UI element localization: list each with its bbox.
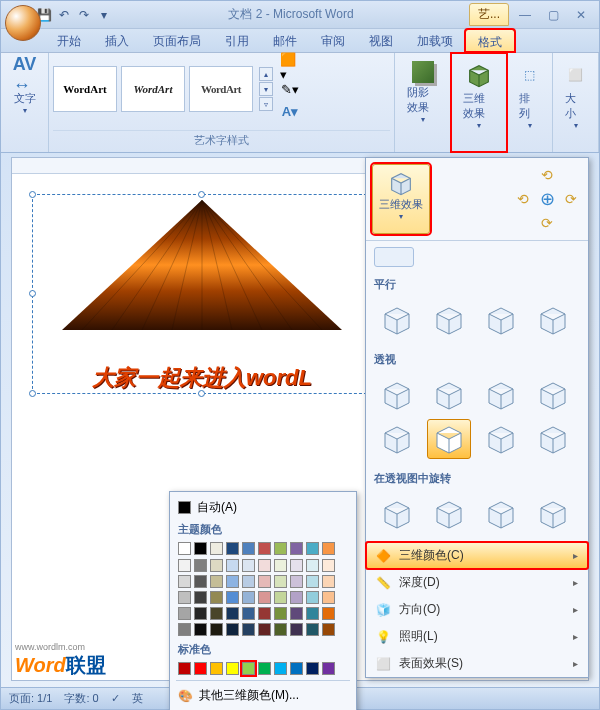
- wordart-tools-tab[interactable]: 艺...: [469, 3, 509, 26]
- color-swatch[interactable]: [178, 542, 191, 555]
- change-shape-button[interactable]: A▾: [279, 101, 301, 121]
- status-words[interactable]: 字数: 0: [64, 691, 98, 706]
- color-swatch[interactable]: [290, 542, 303, 555]
- qat-dropdown-icon[interactable]: ▾: [95, 6, 113, 24]
- color-swatch[interactable]: [306, 542, 319, 555]
- color-swatch[interactable]: [226, 662, 239, 675]
- redo-icon[interactable]: ↷: [75, 6, 93, 24]
- color-swatch[interactable]: [274, 623, 287, 636]
- undo-icon[interactable]: ↶: [55, 6, 73, 24]
- parallel-preset[interactable]: [531, 300, 575, 340]
- tab-review[interactable]: 审阅: [309, 29, 357, 52]
- color-swatch[interactable]: [226, 542, 239, 555]
- perspective-preset[interactable]: [479, 375, 523, 415]
- rotate-preset[interactable]: [531, 494, 575, 534]
- tilt-left-icon[interactable]: ⟲: [512, 188, 534, 210]
- rotate-preset[interactable]: [479, 494, 523, 534]
- status-page[interactable]: 页面: 1/1: [9, 691, 52, 706]
- color-swatch[interactable]: [226, 575, 239, 588]
- tab-addins[interactable]: 加载项: [405, 29, 465, 52]
- color-swatch[interactable]: [178, 623, 191, 636]
- parallel-preset[interactable]: [375, 300, 419, 340]
- color-swatch[interactable]: [210, 607, 223, 620]
- tilt-down-icon[interactable]: ⟳: [536, 212, 558, 234]
- color-swatch[interactable]: [226, 559, 239, 572]
- threed-main-button[interactable]: 三维效果 ▾: [372, 164, 430, 234]
- color-swatch[interactable]: [194, 591, 207, 604]
- color-swatch[interactable]: [290, 591, 303, 604]
- color-swatch[interactable]: [194, 607, 207, 620]
- gallery-more-icon[interactable]: ▿: [259, 97, 273, 111]
- perspective-preset[interactable]: [531, 419, 575, 459]
- spacing-button[interactable]: AV↔ 文字 ▾: [5, 57, 44, 119]
- shape-fill-button[interactable]: 🟧▾: [279, 57, 301, 77]
- color-swatch[interactable]: [194, 559, 207, 572]
- color-swatch[interactable]: [258, 591, 271, 604]
- color-swatch[interactable]: [258, 559, 271, 572]
- color-swatch[interactable]: [306, 575, 319, 588]
- maximize-button[interactable]: ▢: [541, 6, 565, 24]
- color-swatch[interactable]: [210, 591, 223, 604]
- perspective-preset[interactable]: [375, 419, 419, 459]
- color-swatch[interactable]: [258, 623, 271, 636]
- tilt-right-icon[interactable]: ⟳: [560, 188, 582, 210]
- arrange-button[interactable]: ⬚ 排列 ▾: [511, 57, 548, 134]
- color-swatch[interactable]: [242, 662, 255, 675]
- perspective-preset[interactable]: [531, 375, 575, 415]
- color-swatch[interactable]: [322, 623, 335, 636]
- color-swatch[interactable]: [226, 591, 239, 604]
- color-swatch[interactable]: [242, 623, 255, 636]
- rotate-preset[interactable]: [375, 494, 419, 534]
- color-swatch[interactable]: [274, 559, 287, 572]
- shape-outline-button[interactable]: ✎▾: [279, 79, 301, 99]
- office-button[interactable]: [5, 5, 41, 41]
- color-swatch[interactable]: [194, 662, 207, 675]
- minimize-button[interactable]: —: [513, 6, 537, 24]
- color-swatch[interactable]: [306, 662, 319, 675]
- color-swatch[interactable]: [306, 607, 319, 620]
- color-swatch[interactable]: [178, 575, 191, 588]
- tab-insert[interactable]: 插入: [93, 29, 141, 52]
- color-swatch[interactable]: [322, 591, 335, 604]
- color-swatch[interactable]: [258, 575, 271, 588]
- tab-view[interactable]: 视图: [357, 29, 405, 52]
- shadow-button[interactable]: 阴影效果 ▾: [399, 57, 446, 128]
- color-swatch[interactable]: [210, 662, 223, 675]
- color-swatch[interactable]: [210, 542, 223, 555]
- color-swatch[interactable]: [258, 607, 271, 620]
- dd-item-0[interactable]: 🔶三维颜色(C)▸: [366, 542, 588, 569]
- color-swatch[interactable]: [274, 607, 287, 620]
- auto-color-button[interactable]: 自动(A): [174, 496, 352, 519]
- color-swatch[interactable]: [242, 542, 255, 555]
- color-swatch[interactable]: [274, 591, 287, 604]
- color-swatch[interactable]: [194, 575, 207, 588]
- threed-button[interactable]: 三维效果 ▾: [455, 57, 502, 134]
- tab-mail[interactable]: 邮件: [261, 29, 309, 52]
- tilt-center-icon[interactable]: ⊕: [536, 188, 558, 210]
- gallery-up-icon[interactable]: ▴: [259, 67, 273, 81]
- color-swatch[interactable]: [178, 559, 191, 572]
- color-swatch[interactable]: [322, 542, 335, 555]
- color-swatch[interactable]: [210, 575, 223, 588]
- dd-item-1[interactable]: 📏深度(D)▸: [366, 569, 588, 596]
- color-swatch[interactable]: [322, 575, 335, 588]
- status-spellcheck-icon[interactable]: ✓: [111, 692, 120, 705]
- wordart-object[interactable]: 大家一起来进入wordL: [32, 194, 372, 394]
- color-swatch[interactable]: [194, 542, 207, 555]
- tilt-up-icon[interactable]: ⟲: [536, 164, 558, 186]
- color-swatch[interactable]: [290, 662, 303, 675]
- color-swatch[interactable]: [242, 575, 255, 588]
- color-swatch[interactable]: [274, 662, 287, 675]
- color-swatch[interactable]: [322, 559, 335, 572]
- color-swatch[interactable]: [242, 607, 255, 620]
- color-swatch[interactable]: [306, 623, 319, 636]
- color-swatch[interactable]: [290, 607, 303, 620]
- color-swatch[interactable]: [322, 607, 335, 620]
- parallel-preset[interactable]: [479, 300, 523, 340]
- perspective-preset[interactable]: [375, 375, 419, 415]
- wordart-style-3[interactable]: WordArt: [189, 66, 253, 112]
- color-swatch[interactable]: [306, 559, 319, 572]
- color-swatch[interactable]: [178, 662, 191, 675]
- color-swatch[interactable]: [242, 559, 255, 572]
- color-swatch[interactable]: [290, 575, 303, 588]
